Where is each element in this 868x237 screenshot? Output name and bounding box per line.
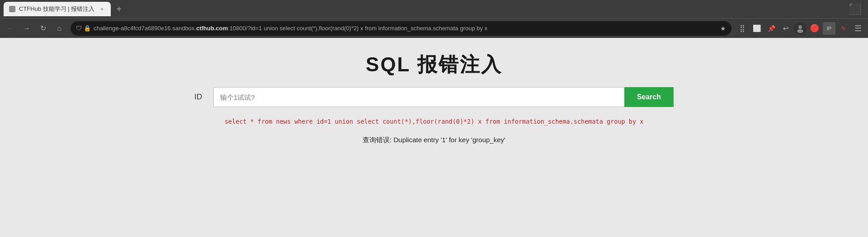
error-label: 查询错误: — [363, 136, 392, 144]
tab-close-button[interactable]: × — [98, 5, 105, 13]
home-button[interactable]: ⌂ — [52, 22, 66, 35]
menu-icon[interactable]: ☰ — [852, 22, 864, 35]
active-tab[interactable]: CTFHub 技能学习 | 报错注入 × — [4, 2, 111, 16]
svg-point-0 — [798, 25, 802, 29]
tab-favicon — [9, 6, 15, 12]
twitch-icon: ⬛ — [848, 3, 862, 15]
search-row: ID Search — [194, 87, 674, 107]
ip-icon[interactable]: IP — [823, 22, 835, 35]
address-bar[interactable]: 🛡 🔒 challenge-a8c4fcd7a6890e16.sandbox.c… — [71, 21, 731, 36]
forward-button[interactable]: → — [20, 22, 33, 35]
search-input[interactable] — [213, 87, 624, 107]
query-display: select * from news where id=1 union sele… — [225, 116, 644, 127]
error-display: 查询错误: Duplicate entry '1' for key 'group… — [363, 136, 505, 144]
undo-icon[interactable]: ↩ — [779, 22, 792, 35]
toolbar-actions: ⣿ ⬜ 📌 ↩ 🛑 IP ✎ ☰ — [736, 22, 864, 35]
search-button[interactable]: Search — [624, 87, 674, 107]
security-icon: 🛡 🔒 — [76, 25, 91, 32]
tab-title: CTFHub 技能学习 | 报错注入 — [19, 5, 94, 13]
error-message: Duplicate entry '1' for key 'group_key' — [393, 136, 505, 144]
ad-block-icon[interactable]: 🛑 — [808, 22, 821, 35]
refresh-button[interactable]: ↻ — [36, 22, 50, 35]
back-button[interactable]: ← — [4, 22, 17, 35]
bookmark-icon[interactable]: ★ — [720, 25, 726, 32]
url-domain: ctfhub.com — [196, 25, 228, 32]
page-container: SQL 报错注入 ID Search select * from news wh… — [179, 51, 689, 144]
svg-point-1 — [797, 29, 803, 33]
extensions-icon[interactable]: ⣿ — [736, 22, 749, 35]
pin-icon[interactable]: 📌 — [765, 22, 778, 35]
url-display: challenge-a8c4fcd7a6890e16.sandbox.ctfhu… — [94, 25, 717, 32]
url-suffix: :10800/?id=1 union select count(*),floor… — [228, 25, 487, 32]
edit-icon[interactable]: ✎ — [837, 22, 850, 35]
new-tab-button[interactable]: + — [113, 3, 125, 15]
page-title: SQL 报错注入 — [366, 51, 502, 78]
search-label: ID — [194, 93, 208, 102]
url-prefix: challenge-a8c4fcd7a6890e16.sandbox. — [94, 25, 196, 32]
page-background: SQL 报错注入 ID Search select * from news wh… — [0, 38, 868, 237]
split-view-icon[interactable]: ⬜ — [750, 22, 763, 35]
user-icon[interactable] — [794, 22, 807, 35]
